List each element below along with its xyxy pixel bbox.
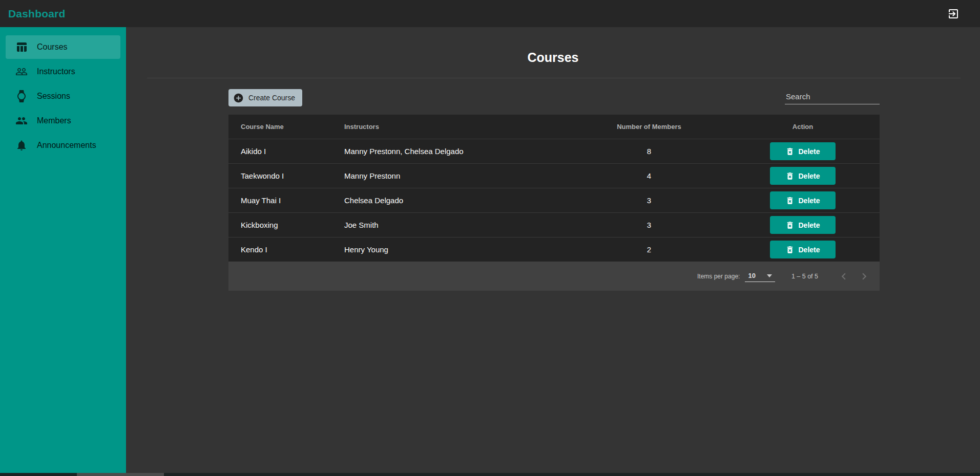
table-row: Kickboxing Joe Smith 3 Delete [228,212,880,237]
chevron-down-icon [767,274,772,277]
sidebar-item-label: Courses [37,42,68,52]
delete-button-label: Delete [798,172,820,180]
sidebar-item-members[interactable]: Members [6,109,120,133]
sidebar-item-sessions[interactable]: Sessions [6,84,120,108]
table-row: Aikido I Manny Prestonn, Chelsea Delgado… [228,139,880,163]
exit-to-app-icon [947,8,960,20]
next-page-button[interactable] [854,266,874,287]
chevron-right-icon [858,270,871,283]
items-per-page-label: Items per page: [697,273,740,280]
sidebar-item-label: Members [37,116,71,125]
members-count-cell: 3 [572,196,726,205]
column-header-members: Number of Members [572,123,726,131]
create-course-button[interactable]: Create Course [228,89,302,106]
toolbar: Create Course [228,89,880,106]
sidebar-item-courses[interactable]: Courses [6,35,120,59]
create-course-label: Create Course [248,94,295,102]
paginator: Items per page: 10 1 – 5 of 5 [228,262,880,291]
search-field [785,91,880,104]
app-title: Dashboard [8,8,66,20]
main-content: Courses Create Course Course Name Instru… [126,27,980,473]
members-count-cell: 2 [572,245,726,254]
table-row: Muay Thai I Chelsea Delgado 3 Delete [228,188,880,212]
delete-forever-icon [785,245,798,254]
sidebar: Courses Instructors Sessions Members Ann… [0,27,126,473]
column-header-course-name: Course Name [228,123,344,131]
page-size-value: 10 [748,272,755,279]
course-name-cell: Kickboxing [228,221,344,229]
watch-icon [15,90,28,102]
instructors-cell: Chelsea Delgado [344,196,572,205]
members-count-cell: 3 [572,221,726,229]
delete-course-button[interactable]: Delete [770,216,836,234]
column-header-action: Action [726,123,880,131]
delete-button-label: Delete [798,147,820,156]
members-count-cell: 4 [572,171,726,180]
table-row: Kendo I Henry Young 2 Delete [228,237,880,262]
chevron-left-icon [837,270,850,283]
page-title: Courses [126,50,980,65]
bell-icon [15,139,28,152]
page-size-select[interactable]: 10 [745,271,775,282]
group-icon [15,115,28,127]
delete-course-button[interactable]: Delete [770,241,836,258]
previous-page-button[interactable] [833,266,854,287]
people-outline-icon [15,66,28,78]
delete-course-button[interactable]: Delete [770,191,836,209]
course-name-cell: Muay Thai I [228,196,344,205]
paginator-range-label: 1 – 5 of 5 [791,273,818,280]
table-header-row: Course Name Instructors Number of Member… [228,115,880,139]
sidebar-nav: Courses Instructors Sessions Members Ann… [6,35,120,157]
sidebar-item-instructors[interactable]: Instructors [6,60,120,83]
course-name-cell: Taekwondo I [228,171,344,180]
table-chart-icon [15,41,28,53]
delete-forever-icon [785,171,798,181]
delete-forever-icon [785,221,798,230]
instructors-cell: Henry Young [344,245,572,254]
delete-forever-icon [785,147,798,156]
delete-button-label: Delete [798,197,820,205]
delete-course-button[interactable]: Delete [770,167,836,185]
delete-button-label: Delete [798,221,820,229]
course-name-cell: Kendo I [228,245,344,254]
course-name-cell: Aikido I [228,147,344,156]
instructors-cell: Manny Prestonn [344,171,572,180]
delete-forever-icon [785,196,798,205]
sidebar-item-label: Announcements [37,141,96,150]
courses-table: Course Name Instructors Number of Member… [228,115,880,291]
topbar: Dashboard [0,0,980,27]
logout-button[interactable] [943,4,964,24]
search-input[interactable] [785,91,880,104]
sidebar-item-label: Sessions [37,92,70,101]
sidebar-item-label: Instructors [37,67,75,76]
horizontal-scrollbar-thumb[interactable] [77,473,164,476]
delete-course-button[interactable]: Delete [770,142,836,160]
column-header-instructors: Instructors [344,123,572,131]
instructors-cell: Manny Prestonn, Chelsea Delgado [344,147,572,156]
sidebar-item-announcements[interactable]: Announcements [6,134,120,157]
add-circle-icon [233,93,248,103]
horizontal-scrollbar[interactable] [0,473,980,476]
table-row: Taekwondo I Manny Prestonn 4 Delete [228,163,880,188]
members-count-cell: 8 [572,147,726,156]
title-divider [147,78,961,78]
instructors-cell: Joe Smith [344,221,572,229]
delete-button-label: Delete [798,246,820,254]
